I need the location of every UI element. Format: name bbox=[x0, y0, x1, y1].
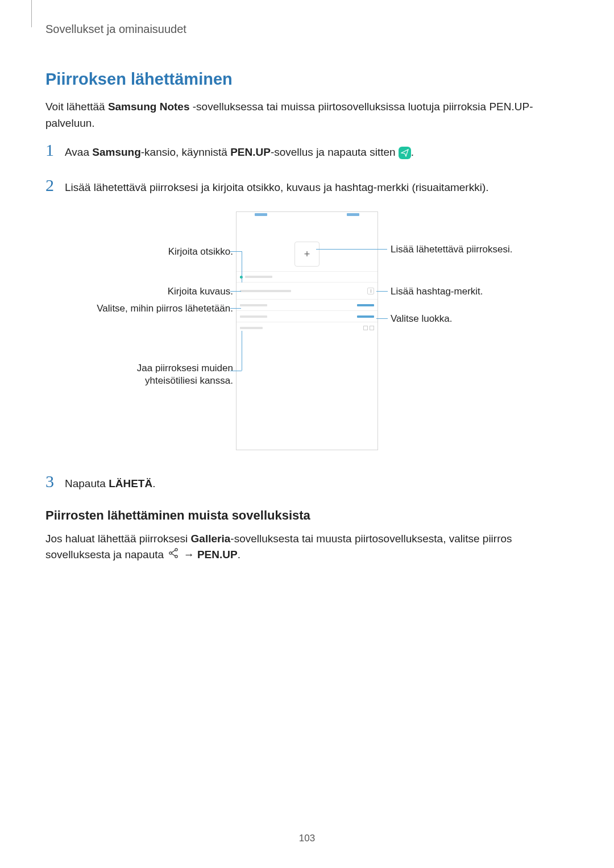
chapter-title: Sovellukset ja ominaisuudet bbox=[45, 23, 569, 36]
callout-line bbox=[230, 251, 242, 252]
page-content: Sovellukset ja ominaisuudet Piirroksen l… bbox=[0, 23, 614, 563]
t: Jaa piirroksesi muiden bbox=[137, 363, 233, 373]
category-link[interactable] bbox=[357, 315, 374, 318]
step-1: 1 Avaa Samsung-kansio, käynnistä PEN.UP-… bbox=[45, 142, 569, 161]
callout-desc-label: Kirjoita kuvaus. bbox=[85, 285, 233, 298]
placeholder-bar bbox=[245, 276, 272, 278]
hashtag-chip[interactable] bbox=[367, 288, 374, 294]
figure-penup-post: + bbox=[45, 211, 569, 456]
section-title: Piirroksen lähettäminen bbox=[45, 70, 569, 89]
t-bold: PEN.UP bbox=[197, 549, 238, 560]
add-drawing-button[interactable]: + bbox=[294, 242, 320, 267]
callout-add-label: Lisää lähetettävä piirroksesi. bbox=[391, 243, 513, 256]
svg-point-0 bbox=[175, 549, 177, 551]
step-number: 3 bbox=[45, 473, 65, 490]
description-field[interactable] bbox=[237, 283, 377, 300]
t-bold: PEN.UP bbox=[230, 146, 271, 158]
step-2-content: Lisää lähetettävä piirroksesi ja kirjoit… bbox=[65, 180, 489, 196]
community-icon[interactable] bbox=[370, 326, 374, 330]
intro-text-a: Voit lähettää bbox=[45, 101, 108, 113]
placeholder-bar bbox=[240, 290, 291, 292]
placeholder-bar bbox=[240, 315, 267, 318]
t: -kansio, käynnistä bbox=[141, 146, 230, 158]
placeholder-bar bbox=[240, 327, 263, 329]
callout-line bbox=[230, 371, 242, 371]
category-row[interactable] bbox=[237, 311, 377, 322]
plus-icon: + bbox=[304, 248, 310, 260]
t: Avaa bbox=[65, 146, 92, 158]
intro-bold: Samsung Notes bbox=[108, 101, 190, 113]
callout-category-label: Valitse luokka. bbox=[391, 313, 452, 325]
t: yhteisötiliesi kanssa. bbox=[145, 375, 233, 386]
step-2: 2 Lisää lähetettävä piirroksesi ja kirjo… bbox=[45, 177, 569, 196]
t-bold: Samsung bbox=[92, 146, 141, 158]
step-list-continued: 3 Napauta LÄHETÄ. bbox=[45, 473, 569, 492]
collection-row[interactable] bbox=[237, 300, 377, 311]
step-number: 2 bbox=[45, 177, 65, 194]
phone-header bbox=[237, 212, 377, 222]
paragraph-other-apps: Jos haluat lähettää piirroksesi Galleria… bbox=[45, 531, 569, 564]
callout-line bbox=[242, 251, 242, 283]
step-3: 3 Napauta LÄHETÄ. bbox=[45, 473, 569, 492]
t: Jos haluat lähettää piirroksesi bbox=[45, 533, 191, 545]
share-row bbox=[237, 322, 377, 334]
intro-paragraph: Voit lähettää Samsung Notes -sovellukses… bbox=[45, 99, 569, 131]
t: . bbox=[238, 549, 240, 560]
subheading: Piirrosten lähettäminen muista sovelluks… bbox=[45, 508, 569, 523]
callout-dest-label: Valitse, mihin piirros lähetetään. bbox=[51, 302, 233, 315]
step-list: 1 Avaa Samsung-kansio, käynnistä PEN.UP-… bbox=[45, 142, 569, 196]
callout-share-label: Jaa piirroksesi muiden yhteisötiliesi ka… bbox=[80, 362, 233, 387]
t-bold: Galleria bbox=[191, 533, 231, 545]
callout-line bbox=[376, 318, 388, 319]
step-number: 1 bbox=[45, 142, 65, 159]
header-tab bbox=[255, 213, 267, 216]
header-tab bbox=[347, 213, 359, 216]
callout-line bbox=[376, 291, 388, 292]
t: . bbox=[411, 146, 414, 158]
phone-mockup: + bbox=[236, 211, 378, 450]
facebook-icon[interactable] bbox=[363, 326, 368, 330]
share-icon bbox=[168, 547, 179, 564]
title-field[interactable] bbox=[237, 271, 377, 283]
step-1-content: Avaa Samsung-kansio, käynnistä PEN.UP-so… bbox=[65, 144, 414, 161]
svg-point-1 bbox=[169, 552, 172, 554]
page-number: 103 bbox=[299, 833, 315, 844]
callout-line bbox=[230, 308, 241, 309]
callout-line bbox=[242, 331, 242, 371]
send-icon bbox=[399, 147, 411, 159]
svg-point-2 bbox=[175, 555, 177, 558]
t: → bbox=[180, 549, 197, 560]
page-side-rule bbox=[31, 0, 32, 27]
step-3-content: Napauta LÄHETÄ. bbox=[65, 476, 155, 492]
t: . bbox=[152, 477, 155, 489]
t: -sovellus ja napauta sitten bbox=[271, 146, 399, 158]
t: Napauta bbox=[65, 477, 109, 489]
callout-line bbox=[316, 249, 387, 250]
collection-link[interactable] bbox=[357, 304, 374, 306]
placeholder-bar bbox=[240, 304, 267, 306]
callout-line bbox=[230, 291, 241, 292]
t-bold: LÄHETÄ bbox=[109, 477, 152, 489]
callout-hashtag-label: Lisää hashtag-merkit. bbox=[391, 285, 483, 298]
callout-title-label: Kirjoita otsikko. bbox=[85, 246, 233, 258]
